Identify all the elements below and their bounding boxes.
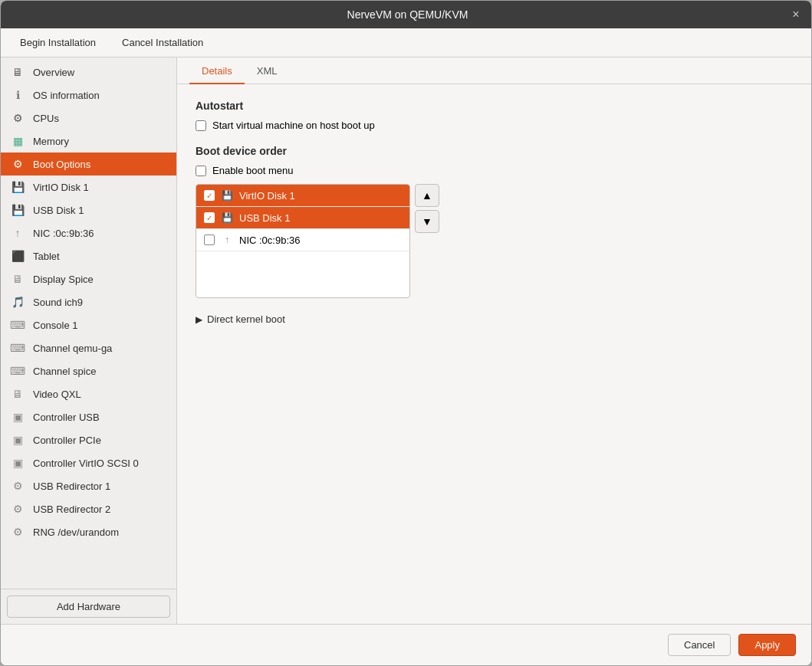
boot-item-virtio-label: VirtIO Disk 1: [239, 190, 295, 202]
add-hardware-button[interactable]: Add Hardware: [7, 595, 170, 618]
apply-button[interactable]: Apply: [738, 634, 796, 656]
memory-icon: ▦: [10, 133, 25, 149]
boot-order-down-button[interactable]: ▼: [415, 210, 439, 233]
sidebar-item-label-sound: Sound ich9: [33, 297, 83, 308]
sidebar-item-label-usb-redir-2: USB Redirector 2: [33, 504, 110, 515]
sidebar-item-label-memory: Memory: [33, 136, 69, 147]
direct-kernel-boot-row[interactable]: ▶ Direct kernel boot: [196, 313, 793, 325]
enable-boot-menu-label: Enable boot menu: [212, 165, 294, 176]
boot-item-usb-disk-1[interactable]: ✓ 💾 USB Disk 1: [196, 207, 409, 229]
channel-qemu-ga-icon: ⌨: [10, 340, 25, 356]
enable-boot-menu-row: Enable boot menu: [196, 165, 793, 176]
sidebar-item-label-video: Video QXL: [33, 389, 81, 400]
sidebar-item-channel-qemu-ga[interactable]: ⌨ Channel qemu-ga: [1, 336, 176, 359]
sidebar-item-label-ctrl-virtio: Controller VirtIO SCSI 0: [33, 458, 139, 469]
ctrl-usb-icon: ▣: [10, 409, 25, 425]
tab-details[interactable]: Details: [189, 57, 245, 84]
direct-kernel-boot-label: Direct kernel boot: [207, 313, 285, 325]
sidebar-item-video-qxl[interactable]: 🖥 Video QXL: [1, 382, 176, 405]
tablet-icon: ⬛: [10, 248, 25, 264]
sidebar-item-boot-options[interactable]: ⚙ Boot Options: [1, 153, 176, 176]
sidebar-item-usb-redirector-1[interactable]: ⚙ USB Redirector 1: [1, 474, 176, 497]
sidebar-item-label-channel-qemu: Channel qemu-ga: [33, 343, 112, 354]
boot-device-section: Boot device order Enable boot menu ✓ 💾: [196, 145, 793, 298]
begin-installation-button[interactable]: Begin Installation: [10, 33, 106, 52]
boot-item-nic-icon: ↑: [221, 234, 233, 246]
up-arrow-icon: ▲: [422, 189, 432, 202]
autostart-section-title: Autostart: [196, 100, 793, 112]
sound-icon: 🎵: [10, 294, 25, 310]
boot-item-virtio-disk-1[interactable]: ✓ 💾 VirtIO Disk 1: [196, 185, 409, 207]
usb-disk-icon: 💾: [10, 202, 25, 218]
close-button[interactable]: ×: [790, 8, 802, 21]
channel-spice-icon: ⌨: [10, 363, 25, 379]
sidebar-item-label-boot: Boot Options: [33, 159, 90, 170]
boot-order-up-button[interactable]: ▲: [415, 184, 439, 207]
sidebar-item-label-virtio: VirtIO Disk 1: [33, 182, 89, 193]
sidebar-item-overview[interactable]: 🖥 Overview: [1, 61, 176, 84]
boot-item-usb-label: USB Disk 1: [239, 212, 290, 224]
enable-boot-menu-checkbox[interactable]: [196, 166, 206, 176]
sidebar-item-label-overview: Overview: [33, 67, 74, 78]
bottom-bar: Cancel Apply: [1, 624, 811, 665]
sidebar-item-usb-disk-1[interactable]: 💾 USB Disk 1: [1, 198, 176, 221]
sidebar-items: 🖥 Overview ℹ OS information ⚙ CPUs ▦ Mem…: [1, 57, 176, 589]
chevron-right-icon: ▶: [196, 314, 202, 325]
sidebar-item-controller-pcie[interactable]: ▣ Controller PCIe: [1, 428, 176, 451]
boot-list-empty-space: [196, 251, 409, 297]
sidebar-item-nic[interactable]: ↑ NIC :0c:9b:36: [1, 221, 176, 244]
sidebar-item-label-channel-spice: Channel spice: [33, 366, 96, 377]
tab-content: Autostart Start virtual machine on host …: [177, 84, 811, 624]
virtio-disk-icon: 💾: [10, 179, 25, 195]
sidebar: 🖥 Overview ℹ OS information ⚙ CPUs ▦ Mem…: [1, 57, 177, 624]
toolbar: Begin Installation Cancel Installation: [1, 28, 811, 57]
video-qxl-icon: 🖥: [10, 386, 25, 402]
sidebar-item-label-rng: RNG /dev/urandom: [33, 527, 119, 538]
sidebar-item-rng[interactable]: ⚙ RNG /dev/urandom: [1, 520, 176, 543]
autostart-checkbox[interactable]: [196, 120, 206, 131]
boot-item-nic[interactable]: ↑ NIC :0c:9b:36: [196, 229, 409, 251]
boot-list-container: ✓ 💾 VirtIO Disk 1 ✓ 💾 USB Disk 1: [196, 184, 793, 298]
boot-item-check-nic: [204, 235, 215, 245]
tab-xml[interactable]: XML: [245, 57, 290, 84]
sidebar-footer: Add Hardware: [1, 589, 176, 624]
cpu-icon: ⚙: [10, 110, 25, 126]
nic-icon: ↑: [10, 225, 25, 241]
sidebar-item-label-ctrl-pcie: Controller PCIe: [33, 435, 101, 446]
boot-item-check-usb: ✓: [204, 212, 215, 223]
sidebar-item-os-info[interactable]: ℹ OS information: [1, 84, 176, 107]
cancel-installation-button[interactable]: Cancel Installation: [112, 33, 213, 52]
sidebar-item-tablet[interactable]: ⬛ Tablet: [1, 244, 176, 267]
usb-redir-2-icon: ⚙: [10, 501, 25, 517]
boot-item-usb-icon: 💾: [221, 212, 233, 224]
sidebar-item-virtio-disk-1[interactable]: 💾 VirtIO Disk 1: [1, 176, 176, 198]
sidebar-item-label-tablet: Tablet: [33, 251, 60, 262]
sidebar-item-usb-redirector-2[interactable]: ⚙ USB Redirector 2: [1, 497, 176, 520]
usb-redir-1-icon: ⚙: [10, 478, 25, 494]
sidebar-item-console-1[interactable]: ⌨ Console 1: [1, 313, 176, 336]
sidebar-item-controller-usb[interactable]: ▣ Controller USB: [1, 405, 176, 428]
os-icon: ℹ: [10, 87, 25, 103]
sidebar-item-memory[interactable]: ▦ Memory: [1, 130, 176, 153]
main-window: NerveVM on QEMU/KVM × Begin Installation…: [0, 0, 812, 666]
detail-panel: Details XML Autostart Start virtual mach…: [177, 57, 811, 624]
boot-item-virtio-icon: 💾: [221, 189, 233, 202]
sidebar-item-controller-virtio-scsi[interactable]: ▣ Controller VirtIO SCSI 0: [1, 451, 176, 474]
sidebar-item-label-ctrl-usb: Controller USB: [33, 412, 100, 423]
sidebar-item-label-usb-disk: USB Disk 1: [33, 205, 84, 216]
ctrl-pcie-icon: ▣: [10, 432, 25, 448]
overview-icon: 🖥: [10, 64, 25, 80]
cancel-button[interactable]: Cancel: [668, 634, 731, 656]
boot-item-nic-label: NIC :0c:9b:36: [239, 235, 301, 246]
sidebar-item-display-spice[interactable]: 🖥 Display Spice: [1, 267, 176, 290]
boot-options-icon: ⚙: [10, 156, 25, 172]
autostart-checkbox-row: Start virtual machine on host boot up: [196, 120, 793, 131]
sidebar-item-cpus[interactable]: ⚙ CPUs: [1, 107, 176, 130]
autostart-label: Start virtual machine on host boot up: [212, 120, 375, 131]
sidebar-item-sound-ich9[interactable]: 🎵 Sound ich9: [1, 290, 176, 313]
sidebar-item-channel-spice[interactable]: ⌨ Channel spice: [1, 359, 176, 382]
ctrl-virtio-icon: ▣: [10, 455, 25, 471]
console-icon: ⌨: [10, 317, 25, 333]
rng-icon: ⚙: [10, 524, 25, 540]
boot-order-controls: ▲ ▼: [415, 184, 439, 298]
